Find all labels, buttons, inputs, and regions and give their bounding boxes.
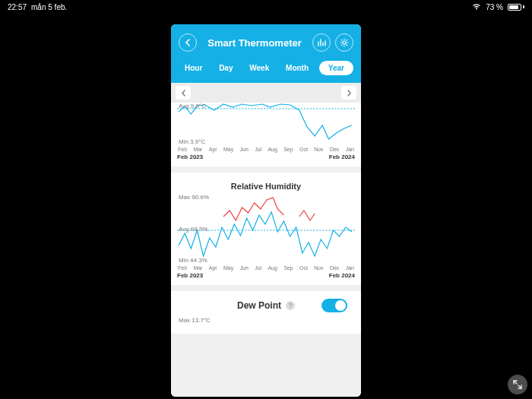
humidity-min-label: Min 44.3% [179, 257, 207, 264]
prev-period-button[interactable] [176, 86, 191, 100]
battery-icon [508, 4, 524, 11]
humidity-title: Relative Humidity [177, 182, 355, 191]
status-bar: 22:57 mån 5 feb. 73 % [0, 0, 532, 14]
temp-min-label: Min 3.9°C [179, 138, 205, 145]
settings-button[interactable] [335, 33, 353, 52]
help-icon[interactable]: ? [286, 301, 295, 310]
tab-month[interactable]: Month [280, 61, 315, 75]
status-time: 22:57 [8, 3, 27, 11]
resize-handle-icon[interactable] [508, 375, 527, 394]
humidity-year-end: Feb 2024 [329, 272, 355, 279]
humidity-avg-label: Avg 68.5% [179, 226, 208, 233]
status-date: mån 5 feb. [31, 3, 67, 11]
temp-x-axis: FebMarAprMayJunJulAugSepOctNovDecJan [177, 147, 355, 152]
app-window: Smart Thermometer Hour Day Week Month Ye… [171, 24, 361, 397]
temp-year-start: Feb 2023 [177, 154, 203, 160]
humidity-card: Relative Humidity Max 90.6% Avg 68.5% Mi… [171, 173, 361, 285]
content-scroll[interactable]: Avg 9.0°C Min 3.9°C FebMarAprMayJunJulAu… [171, 83, 361, 397]
temperature-card: Avg 9.0°C Min 3.9°C FebMarAprMayJunJulAu… [171, 103, 361, 166]
battery-percent: 73 % [486, 3, 503, 11]
wifi-icon [472, 3, 481, 11]
date-nav [171, 83, 361, 103]
dewpoint-toggle[interactable] [321, 299, 347, 312]
status-right: 73 % [472, 3, 524, 11]
humidity-chart[interactable]: Max 90.6% Avg 68.5% Min 44.3% [177, 194, 355, 264]
page-title: Smart Thermometer [197, 37, 312, 49]
chart-mode-button[interactable] [312, 33, 331, 52]
dewpoint-title: Dew Point [237, 300, 281, 311]
dew-max-label: Max 13.7°C [179, 317, 211, 324]
next-period-button[interactable] [341, 86, 356, 100]
back-button[interactable] [179, 33, 197, 52]
temperature-chart[interactable]: Avg 9.0°C Min 3.9°C [177, 103, 355, 145]
humidity-max-label: Max 90.6% [179, 194, 209, 201]
humidity-x-axis: FebMarAprMayJunJulAugSepOctNovDecJan [177, 265, 355, 271]
range-tabs: Hour Day Week Month Year [179, 61, 353, 75]
humidity-year-start: Feb 2023 [177, 272, 203, 279]
app-header: Smart Thermometer Hour Day Week Month Ye… [171, 24, 361, 83]
svg-point-0 [343, 41, 346, 44]
tab-hour[interactable]: Hour [179, 61, 208, 75]
temp-year-end: Feb 2024 [329, 154, 355, 160]
tab-week[interactable]: Week [243, 61, 275, 75]
status-left: 22:57 mån 5 feb. [8, 3, 67, 11]
tab-day[interactable]: Day [213, 61, 239, 75]
tab-year[interactable]: Year [319, 61, 353, 75]
temp-avg-label: Avg 9.0°C [179, 103, 206, 109]
dewpoint-card: Dew Point ? Max 13.7°C [171, 291, 361, 334]
